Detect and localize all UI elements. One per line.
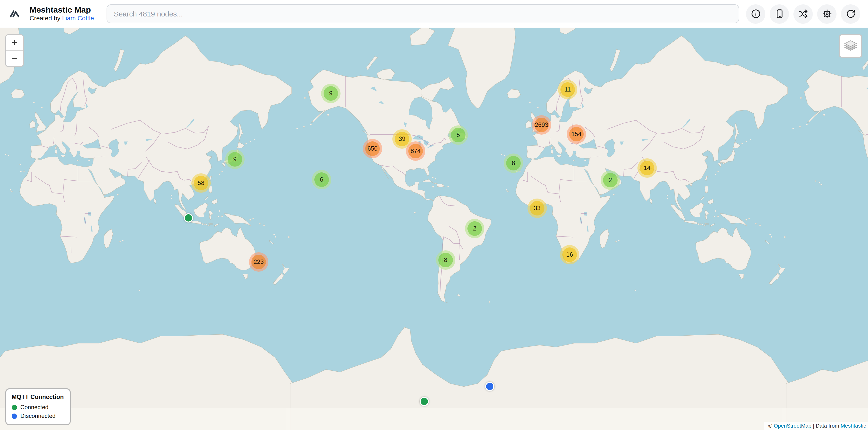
cluster-marker[interactable]: 9 [225, 150, 245, 169]
mqtt-legend: MQTT Connection Connected Disconnected [5, 388, 70, 425]
disconnected-dot-icon [11, 413, 17, 419]
cluster-marker[interactable]: 650 [363, 139, 382, 158]
connected-dot-icon [11, 405, 17, 410]
meshtastic-link[interactable]: Meshtastic [841, 423, 866, 429]
info-button[interactable] [746, 4, 765, 24]
cluster-marker[interactable]: 5 [448, 125, 468, 145]
legend-title: MQTT Connection [11, 394, 64, 400]
meshtastic-logo-icon[interactable] [5, 4, 25, 24]
cluster-marker[interactable]: 11 [558, 80, 578, 99]
info-icon [750, 9, 761, 19]
smartphone-icon [774, 9, 784, 19]
cluster-marker[interactable]: 33 [527, 199, 547, 218]
zoom-in-button[interactable]: + [6, 35, 23, 51]
cluster-marker[interactable]: 154 [567, 125, 586, 144]
node-marker-disconnected[interactable] [485, 382, 494, 391]
node-marker-connected[interactable] [420, 397, 429, 406]
cluster-marker[interactable]: 2 [465, 219, 485, 238]
zoom-control: + − [5, 34, 24, 67]
header-buttons [746, 4, 860, 24]
author-link[interactable]: Liam Cottle [62, 15, 94, 22]
cluster-marker[interactable]: 2693 [532, 115, 551, 135]
cluster-marker[interactable]: 8 [504, 154, 523, 173]
layers-icon [843, 39, 858, 53]
map-canvas[interactable]: + − 911269315439650874581429586332168223… [0, 28, 868, 430]
header-text: Meshtastic Map Created by Liam Cottle [30, 5, 94, 23]
layers-control[interactable] [839, 34, 862, 58]
legend-disconnected-label: Disconnected [20, 412, 56, 419]
shuffle-icon [798, 9, 808, 19]
app: Meshtastic Map Created by Liam Cottle [0, 0, 868, 430]
refresh-button[interactable] [841, 4, 860, 24]
search-input[interactable] [106, 4, 739, 23]
osm-link[interactable]: OpenStreetMap [774, 423, 811, 429]
node-marker-connected[interactable] [184, 213, 193, 223]
zoom-out-button[interactable]: − [6, 51, 23, 66]
cluster-marker[interactable]: 14 [638, 158, 657, 178]
attribution: © OpenStreetMap | Data from Meshtastic [765, 422, 868, 430]
cluster-marker[interactable]: 58 [191, 173, 211, 193]
world-map [0, 28, 868, 430]
cluster-marker[interactable]: 16 [560, 245, 579, 264]
refresh-icon [845, 9, 856, 19]
app-header: Meshtastic Map Created by Liam Cottle [0, 0, 868, 28]
gear-icon [822, 9, 832, 19]
cluster-marker[interactable]: 2 [600, 170, 620, 190]
cluster-marker[interactable]: 223 [249, 252, 268, 272]
cluster-marker[interactable]: 9 [321, 84, 341, 103]
legend-item-connected: Connected [11, 404, 64, 410]
byline: Created by Liam Cottle [30, 15, 94, 23]
legend-connected-label: Connected [20, 404, 49, 410]
cluster-marker[interactable]: 8 [436, 250, 455, 270]
cluster-marker[interactable]: 6 [312, 170, 331, 189]
settings-button[interactable] [817, 4, 837, 24]
page-title: Meshtastic Map [30, 5, 94, 15]
legend-item-disconnected: Disconnected [11, 412, 64, 419]
cluster-marker[interactable]: 874 [406, 141, 425, 161]
device-button[interactable] [770, 4, 789, 24]
random-node-button[interactable] [794, 4, 813, 24]
